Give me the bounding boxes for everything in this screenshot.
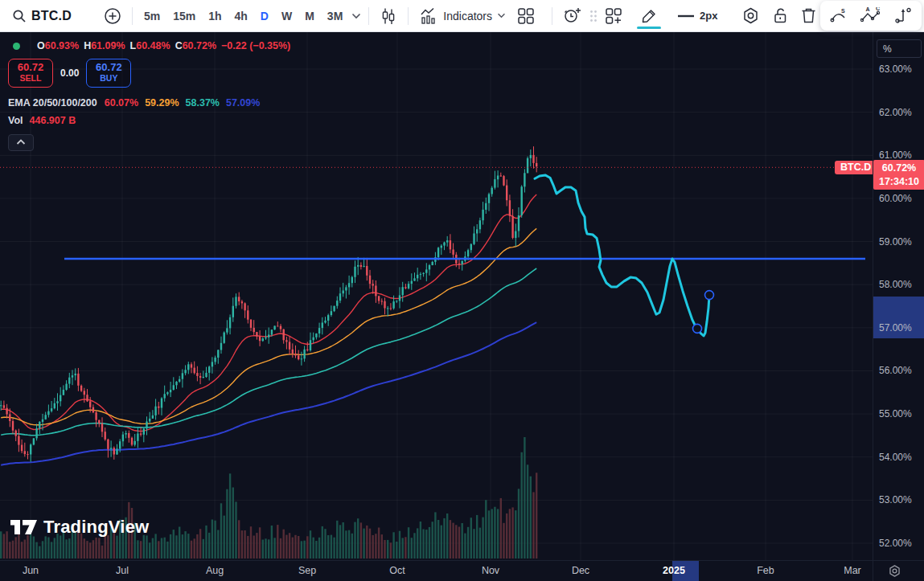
price-line-symbol-tag: BTC.D	[835, 161, 873, 174]
close-value: 60.72%	[183, 40, 216, 51]
symbol-name: BTC.D	[31, 9, 72, 23]
alert-button[interactable]	[557, 4, 588, 28]
time-tick-Sep: Sep	[298, 565, 316, 576]
tradingview-logo-icon	[10, 518, 38, 537]
timeframe-M[interactable]: M	[298, 5, 321, 27]
toolbar-separator	[408, 7, 409, 25]
time-tick-2025: 2025	[663, 565, 685, 576]
tradingview-app: BTC.D 5m15m1h4hDWM3M	[0, 0, 924, 581]
chevron-up-icon	[16, 139, 26, 145]
remove-drawings-button[interactable]	[795, 4, 823, 28]
price-tick: 57.00%	[879, 322, 924, 333]
grid-layout-button[interactable]	[511, 4, 540, 28]
ema-value: 57.09%	[226, 97, 260, 108]
time-tick-Aug: Aug	[206, 565, 224, 576]
open-value: 60.93%	[45, 40, 79, 51]
sell-button[interactable]: 60.72 SELL	[8, 59, 53, 88]
settings-button[interactable]	[736, 4, 766, 28]
drawing-anchor-point[interactable]	[693, 324, 702, 333]
compare-add-button[interactable]	[98, 4, 127, 28]
drawing-tools-panel: S A C	[820, 1, 922, 31]
sell-label: SELL	[9, 74, 52, 84]
close-key: C	[175, 40, 183, 51]
spread-value: 0.00	[60, 68, 79, 79]
drag-handle[interactable]	[588, 4, 599, 28]
indicators-label: Indicators	[443, 10, 492, 23]
price-tick: 63.00%	[879, 63, 924, 75]
collapse-legend-button[interactable]	[8, 134, 34, 151]
symbol-tag-text: BTC.D	[840, 162, 871, 173]
time-axis[interactable]: JunJulAugSepOctNovDec2025FebMar	[0, 560, 873, 581]
low-value: 60.48%	[136, 40, 170, 51]
price-axis-unit-button[interactable]: %	[877, 39, 922, 58]
market-status-dot[interactable]	[13, 43, 20, 50]
price-tick: 59.00%	[879, 236, 924, 248]
current-price-value: 60.72%	[873, 162, 924, 174]
price-tick: 56.00%	[879, 365, 924, 376]
svg-text:C: C	[876, 7, 880, 11]
price-tick: 62.00%	[879, 107, 924, 118]
alarm-clock-plus-icon	[563, 6, 582, 25]
time-tick-Oct: Oct	[389, 565, 405, 576]
buy-button[interactable]: 60.72 BUY	[86, 59, 131, 88]
top-toolbar: BTC.D 5m15m1h4hDWM3M	[0, 0, 924, 32]
curve-tool-button[interactable]: S	[827, 4, 850, 28]
chart-type-button[interactable]	[374, 4, 403, 28]
timeframe-15m[interactable]: 15m	[166, 5, 202, 27]
high-value: 61.09%	[91, 40, 125, 51]
chart-pane[interactable]: O60.93%H61.09%L60.48%C60.72%−0.22 (−0.35…	[0, 32, 873, 560]
timeframe-menu-button[interactable]	[349, 4, 363, 28]
volume-label: Vol	[8, 115, 23, 126]
time-tick-Nov: Nov	[482, 565, 499, 576]
settings-nut-icon	[741, 6, 760, 25]
line-width-button[interactable]: 2px	[671, 4, 723, 28]
volume-value: 446.907 B	[30, 115, 76, 126]
ema-legend-row[interactable]: EMA 20/50/100/200 60.07%59.29%58.37%57.0…	[8, 97, 295, 108]
timeframe-1h[interactable]: 1h	[202, 5, 228, 27]
price-tick: 55.00%	[879, 408, 924, 419]
timeframe-4h[interactable]: 4h	[228, 5, 254, 27]
chart-legend: O60.93%H61.09%L60.48%C60.72%−0.22 (−0.35…	[8, 40, 295, 151]
timeframe-D[interactable]: D	[254, 5, 275, 27]
time-tick-Jul: Jul	[116, 565, 129, 576]
add-layout-button[interactable]	[599, 4, 628, 28]
price-range-tool-button[interactable]	[892, 4, 915, 28]
drawing-anchor-point[interactable]	[705, 291, 714, 300]
indicators-button[interactable]: Indicators	[413, 4, 511, 28]
price-axis[interactable]: % 60.72% 17:34:10 63.00%62.00%61.00%60.0…	[873, 32, 924, 560]
candlestick-chart-icon	[380, 7, 397, 25]
abc-pattern-tool-button[interactable]: A C	[858, 4, 884, 28]
change-value: −0.22 (−0.35%)	[221, 40, 290, 51]
open-key: O	[37, 40, 45, 51]
price-tick: 54.00%	[879, 452, 924, 463]
draw-tool-button[interactable]	[634, 4, 663, 28]
volume-legend-row[interactable]: Vol 446.907 B	[8, 115, 295, 126]
timeframe-5m[interactable]: 5m	[138, 5, 166, 27]
price-range-icon	[894, 7, 913, 24]
price-tick: 52.00%	[879, 538, 924, 549]
watermark-text: TradingView	[43, 517, 149, 538]
axis-corner	[873, 560, 924, 581]
ema-value: 60.07%	[105, 97, 138, 108]
line-width-value: 2px	[700, 10, 717, 22]
chart-settings-gear-icon[interactable]	[888, 564, 901, 578]
svg-text:A: A	[866, 7, 870, 12]
line-sample-icon	[677, 13, 695, 19]
sell-price: 60.72	[9, 62, 52, 73]
symbol-search-button[interactable]: BTC.D	[6, 4, 77, 28]
layout-add-icon	[605, 7, 622, 25]
ohlc-row: O60.93%H61.09%L60.48%C60.72%−0.22 (−0.35…	[8, 40, 295, 51]
timeframe-3M[interactable]: 3M	[321, 5, 349, 27]
price-axis-unit: %	[883, 43, 892, 55]
time-tick-Jun: Jun	[23, 565, 39, 576]
buy-label: BUY	[87, 74, 130, 84]
abc-pattern-icon: A C	[860, 7, 881, 24]
timeframe-W[interactable]: W	[275, 5, 298, 27]
search-icon	[12, 9, 27, 23]
projection-drawing[interactable]	[535, 175, 709, 336]
toolbar-separator	[368, 7, 369, 25]
indicators-icon	[419, 7, 438, 25]
active-tool-underline	[637, 27, 661, 29]
lock-drawings-button[interactable]	[766, 4, 795, 28]
timeframe-group: 5m15m1h4hDWM3M	[138, 5, 349, 27]
